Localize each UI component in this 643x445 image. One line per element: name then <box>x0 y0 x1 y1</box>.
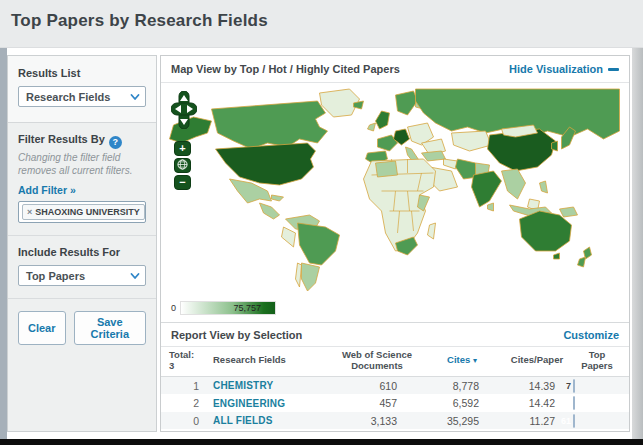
country-madagascar[interactable] <box>428 223 436 239</box>
top-papers-bar: 61 <box>573 414 575 428</box>
wos-documents-value: 610 <box>331 380 423 392</box>
country-south-korea[interactable] <box>552 141 558 151</box>
wos-documents-value: 3,133 <box>331 415 423 427</box>
table-row: 2 ENGINEERING 457 6,592 14.42 14 <box>161 394 629 412</box>
globe-icon <box>177 159 188 170</box>
world-choropleth-map[interactable] <box>167 87 623 297</box>
filter-tag-label: SHAOXING UNIVERSITY <box>35 207 140 217</box>
country-uk[interactable] <box>376 111 390 129</box>
column-header-top-papers[interactable]: Top Papers <box>573 350 621 372</box>
country-new-zealand[interactable] <box>578 247 592 267</box>
filters-sidebar: Results List Research Fields Filter Resu… <box>7 55 157 432</box>
research-field-link[interactable]: CHEMISTRY <box>213 380 331 391</box>
country-region[interactable] <box>418 195 430 211</box>
save-criteria-button[interactable]: Save Criteria <box>74 311 146 345</box>
country-ireland[interactable] <box>368 123 376 131</box>
row-rank: 0 <box>169 415 213 427</box>
pan-control[interactable] <box>171 91 197 129</box>
results-list-section: Results List Research Fields <box>8 56 156 123</box>
country-scandinavia[interactable] <box>396 91 418 115</box>
cites-value: 35,295 <box>423 415 501 427</box>
total-value: 3 <box>169 361 213 372</box>
filter-results-label: Filter Results By? <box>18 133 146 149</box>
column-header-research-fields[interactable]: Research Fields <box>213 355 331 366</box>
cites-value: 8,778 <box>423 380 501 392</box>
customize-link[interactable]: Customize <box>563 329 619 341</box>
total-count: Total: 3 <box>169 350 213 372</box>
results-list-select[interactable]: Research Fields <box>18 86 146 107</box>
report-table-head: Total: 3 Research Fields Web of Science … <box>161 347 629 377</box>
research-field-link[interactable]: ALL FIELDS <box>213 415 331 426</box>
filter-results-label-text: Filter Results By <box>18 133 105 145</box>
include-results-label: Include Results For <box>18 246 146 258</box>
legend-max-value: 75,757 <box>233 303 261 313</box>
country-region[interactable] <box>554 253 560 259</box>
table-row: 1 CHEMISTRY 610 8,778 14.39 7 <box>161 377 629 395</box>
zoom-in-button[interactable]: + <box>174 141 191 156</box>
country-region[interactable] <box>296 263 302 287</box>
clear-button[interactable]: Clear <box>18 311 66 345</box>
total-label: Total: <box>169 350 213 361</box>
wos-documents-value: 457 <box>331 397 423 409</box>
country-kazakhstan[interactable] <box>452 131 492 151</box>
include-results-section: Include Results For Top Papers <box>8 236 156 299</box>
results-list-selected: Research Fields <box>26 91 110 103</box>
include-results-select[interactable]: Top Papers <box>18 265 146 286</box>
country-new-guinea[interactable] <box>560 207 578 217</box>
research-field-link[interactable]: ENGINEERING <box>213 398 331 409</box>
cites-value: 6,592 <box>423 397 501 409</box>
report-view-title: Report View by Selection <box>171 329 302 341</box>
row-rank: 1 <box>169 380 213 392</box>
country-region[interactable] <box>260 203 280 219</box>
esi-top-papers-page: Top Papers by Research Fields Results Li… <box>0 0 643 445</box>
country-southeast-asia[interactable] <box>502 169 526 199</box>
map-area: + − 0 75,757 <box>161 83 629 322</box>
filter-note: Changing the filter field removes all cu… <box>18 152 146 177</box>
hide-visualization-label: Hide Visualization <box>509 63 603 75</box>
country-india[interactable] <box>472 171 502 207</box>
top-papers-bar: 14 <box>573 396 575 410</box>
help-icon[interactable]: ? <box>109 136 122 149</box>
cites-per-paper-value: 14.39 <box>501 380 573 392</box>
sort-descending-icon: ▾ <box>473 356 477 365</box>
top-papers-cell: 61 <box>573 415 621 427</box>
add-filter-link[interactable]: Add Filter » <box>18 184 146 196</box>
chevron-down-icon <box>130 92 140 102</box>
map-controls: + − <box>171 91 199 190</box>
country-philippines[interactable] <box>540 181 548 193</box>
country-brazil[interactable] <box>298 223 340 265</box>
report-table: Total: 3 Research Fields Web of Science … <box>161 347 629 429</box>
hide-visualization-link[interactable]: Hide Visualization <box>509 63 619 75</box>
remove-tag-icon[interactable]: × <box>27 207 32 217</box>
column-header-wos-documents[interactable]: Web of Science Documents <box>331 350 423 372</box>
include-results-selected: Top Papers <box>26 270 85 282</box>
page-header: Top Papers by Research Fields <box>0 0 643 48</box>
minus-icon <box>608 68 619 71</box>
page-title: Top Papers by Research Fields <box>11 11 268 31</box>
right-scrollbar-strip[interactable] <box>632 48 643 439</box>
country-argentina[interactable] <box>302 263 320 291</box>
country-algeria[interactable] <box>376 161 398 177</box>
map-view-header: Map View by Top / Hot / Highly Cited Pap… <box>161 56 629 83</box>
chevron-down-icon <box>130 271 140 281</box>
country-region[interactable] <box>272 195 284 201</box>
sidebar-buttons: Clear Save Criteria <box>8 299 156 357</box>
world-view-button[interactable] <box>174 158 191 173</box>
top-papers-cell: 14 <box>573 397 621 409</box>
country-usa[interactable] <box>216 143 316 185</box>
row-rank: 2 <box>169 397 213 409</box>
column-header-cites-per-paper[interactable]: Cites/Paper <box>501 355 573 366</box>
top-papers-cell: 7 <box>573 380 621 392</box>
filter-tag: × SHAOXING UNIVERSITY <box>22 204 145 220</box>
country-turkey[interactable] <box>422 151 446 161</box>
filter-input[interactable]: × SHAOXING UNIVERSITY <box>18 201 146 223</box>
column-header-cites[interactable]: Cites ▾ <box>423 355 501 366</box>
map-legend: 0 75,757 <box>171 301 276 315</box>
map-view-title: Map View by Top / Hot / Highly Cited Pap… <box>171 63 400 75</box>
country-region[interactable] <box>488 203 494 211</box>
country-canada[interactable] <box>212 101 328 149</box>
zoom-out-button[interactable]: − <box>174 175 191 190</box>
country-region[interactable] <box>282 227 296 247</box>
cites-header-label: Cites <box>447 354 470 365</box>
report-view-header: Report View by Selection Customize <box>161 322 629 347</box>
